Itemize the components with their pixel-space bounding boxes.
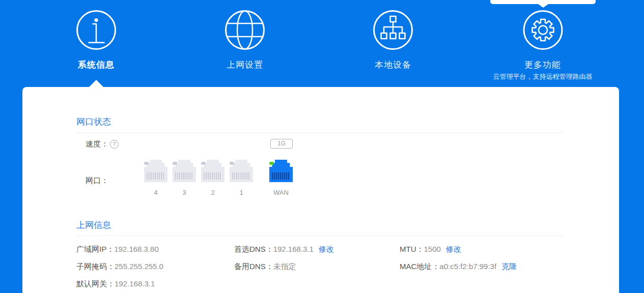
wan-info-column-3: MTU：1500修改 MAC地址：a0:c5:f2:b7:99:3f克隆 — [400, 245, 517, 280]
ethernet-port-icon — [201, 160, 225, 182]
wan-info-column-2: 首选DNS：192.168.3.1修改 备用DNS：未指定 — [234, 245, 334, 280]
wan-info-column-1: 广域网IP：192.168.3.80 子网掩码：255.255.255.0 默认… — [76, 245, 163, 293]
port-name: 4 — [154, 189, 157, 196]
router-admin-page: 系统信息 上网设置 本地设备 更多功能 云管理平台，支持 — [0, 0, 644, 293]
divider — [76, 133, 563, 133]
ethernet-port-icon — [269, 160, 293, 182]
lan-port-3: 3 — [173, 160, 196, 196]
tab-label: 本地设备 — [375, 60, 411, 70]
content-card: 网口状态 速度： ? 1G 网口： 4 3 — [22, 87, 619, 293]
wan-speed-badge: 1G — [270, 139, 293, 149]
lan-port-2: 2 — [201, 160, 225, 196]
speed-label: 速度： — [86, 139, 108, 149]
port-name: WAN — [273, 189, 289, 196]
active-tab-pointer — [89, 80, 103, 87]
cloud-tooltip-arrow — [538, 4, 548, 8]
port-led — [230, 162, 234, 165]
field-wan-ip: 广域网IP：192.168.3.80 — [76, 245, 163, 253]
modify-dns-link[interactable]: 修改 — [319, 245, 334, 253]
port-led — [144, 162, 149, 165]
tab-subtitle: 云管理平台，支持远程管理路由器 — [493, 73, 593, 80]
divider — [76, 236, 563, 236]
tab-system-info[interactable]: 系统信息 — [76, 10, 117, 70]
ethernet-port-icon — [173, 160, 196, 182]
field-mtu: MTU：1500修改 — [400, 245, 517, 253]
section-title-wan-info: 上网信息 — [76, 220, 111, 230]
info-icon — [76, 10, 117, 50]
field-default-gateway: 默认网关：192.168.3.1 — [76, 280, 163, 287]
help-icon[interactable]: ? — [110, 140, 119, 149]
tab-local-devices[interactable]: 本地设备 — [373, 10, 413, 70]
field-secondary-dns: 备用DNS：未指定 — [234, 262, 334, 270]
port-led — [201, 162, 206, 165]
port-name: 3 — [182, 189, 186, 196]
tab-label: 更多功能 — [524, 60, 561, 70]
section-title-port-status: 网口状态 — [76, 117, 111, 127]
ports-label: 网口： — [86, 176, 108, 186]
devices-tree-icon — [373, 10, 413, 50]
field-primary-dns: 首选DNS：192.168.3.1修改 — [234, 245, 334, 253]
tab-more-functions[interactable]: 更多功能 云管理平台，支持远程管理路由器 — [493, 10, 593, 80]
speed-label-row: 速度： ? — [86, 139, 119, 149]
field-mac-address: MAC地址：a0:c5:f2:b7:99:3f克隆 — [400, 262, 517, 270]
tab-label: 上网设置 — [227, 60, 263, 70]
port-led — [269, 162, 274, 165]
tab-label: 系统信息 — [78, 60, 115, 70]
lan-port-1: 1 — [230, 160, 253, 196]
lan-port-4: 4 — [144, 160, 167, 196]
ethernet-port-icon — [230, 160, 253, 182]
modify-mtu-link[interactable]: 修改 — [446, 245, 461, 253]
globe-icon — [225, 10, 265, 50]
tab-internet-settings[interactable]: 上网设置 — [225, 10, 265, 70]
field-subnet-mask: 子网掩码：255.255.255.0 — [76, 262, 163, 270]
ports-row: 4 3 2 1 — [144, 160, 293, 196]
port-name: 2 — [211, 189, 214, 196]
port-name: 1 — [239, 189, 243, 196]
ethernet-port-icon — [144, 160, 167, 182]
cloud-tooltip-bubble — [490, 0, 596, 4]
clone-mac-link[interactable]: 克隆 — [501, 262, 517, 271]
port-led — [173, 162, 177, 165]
wan-port: WAN — [269, 160, 293, 196]
gear-icon — [522, 10, 563, 50]
